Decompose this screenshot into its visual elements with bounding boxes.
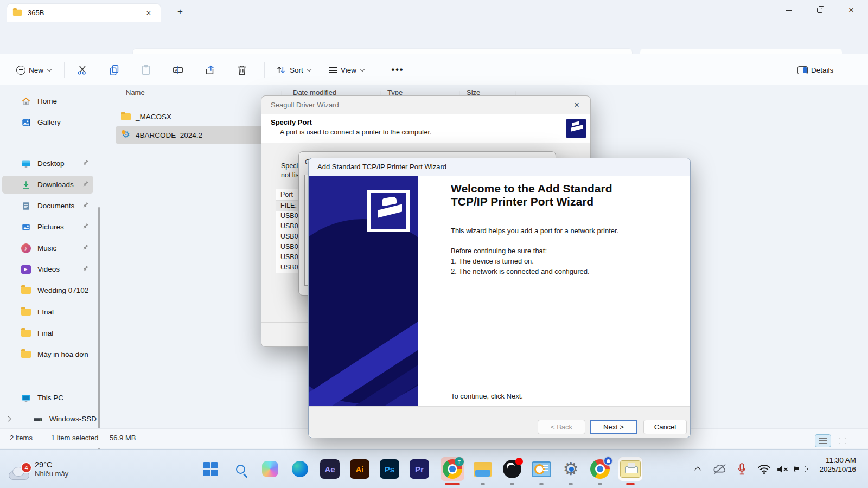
weather-widget[interactable]: 4 29°C Nhiều mây bbox=[8, 455, 127, 483]
sidebar-item-final[interactable]: Final bbox=[2, 324, 93, 342]
explorer-tab[interactable]: 365B × bbox=[7, 4, 161, 22]
illustrator-button[interactable]: Ai bbox=[348, 457, 372, 481]
cloud-weather-icon: 4 bbox=[8, 466, 29, 480]
chevron-collapsed-icon[interactable] bbox=[6, 416, 11, 422]
sidebar-item-wedding[interactable]: Wedding 07102 bbox=[2, 281, 93, 299]
copilot-icon bbox=[262, 461, 278, 477]
cut-button[interactable] bbox=[74, 61, 91, 79]
share-button[interactable] bbox=[202, 61, 218, 79]
chrome-second-button[interactable] bbox=[588, 457, 612, 481]
battery-button[interactable] bbox=[791, 457, 809, 481]
tab-close-icon[interactable]: × bbox=[142, 7, 155, 20]
premiere-button[interactable]: Pr bbox=[407, 457, 431, 481]
settings-button[interactable]: ⚙ bbox=[559, 457, 583, 481]
edge-button[interactable] bbox=[288, 457, 312, 481]
photoshop-button[interactable]: Ps bbox=[378, 457, 401, 481]
details-label: Details bbox=[811, 66, 833, 74]
folder-icon bbox=[21, 349, 31, 359]
system-widget-button[interactable] bbox=[529, 457, 553, 481]
monitor-chart-icon bbox=[532, 461, 551, 477]
battery-icon bbox=[794, 466, 806, 472]
details-button[interactable]: Details bbox=[793, 61, 841, 79]
tcpip-port-wizard-dialog: Add Standard TCP/IP Printer Port Wizard … bbox=[308, 158, 691, 438]
view-icon bbox=[329, 67, 337, 73]
folder-icon bbox=[21, 328, 31, 338]
running-indicator bbox=[539, 483, 544, 485]
chrome-active-button[interactable]: T bbox=[441, 457, 464, 481]
sidebar-divider bbox=[8, 376, 89, 376]
sidebar-item-downloads[interactable]: Downloads bbox=[2, 176, 93, 194]
details-view-toggle[interactable] bbox=[815, 434, 831, 447]
large-icons-view-toggle[interactable] bbox=[834, 434, 851, 447]
gallery-icon bbox=[21, 117, 31, 127]
minimize-button[interactable] bbox=[776, 0, 801, 21]
sidebar-item-gallery[interactable]: Gallery bbox=[2, 113, 93, 131]
volume-muted-button[interactable] bbox=[774, 457, 791, 481]
installer-gear-icon: ⚙ bbox=[121, 130, 131, 140]
list-view-icon bbox=[819, 438, 827, 444]
sidebar-item-music[interactable]: ♪ Music bbox=[2, 239, 93, 257]
taskbar-search-button[interactable] bbox=[228, 457, 252, 481]
new-tab-button[interactable]: + bbox=[173, 4, 188, 20]
folder-icon bbox=[13, 10, 22, 16]
onedrive-paused-button[interactable] bbox=[711, 457, 729, 481]
cloud-off-icon bbox=[712, 463, 727, 475]
active-indicator bbox=[626, 483, 635, 485]
view-button[interactable]: View bbox=[326, 61, 367, 79]
sidebar-item-fInal[interactable]: FInal bbox=[2, 303, 93, 321]
illustrator-icon: Ai bbox=[350, 459, 369, 479]
wizard-title-bar[interactable]: Add Standard TCP/IP Printer Port Wizard bbox=[309, 158, 690, 176]
record-badge bbox=[515, 458, 523, 465]
close-button[interactable]: × bbox=[839, 0, 864, 21]
copy-button[interactable] bbox=[106, 61, 123, 79]
plus-icon bbox=[16, 66, 25, 75]
more-button[interactable]: ••• bbox=[388, 61, 407, 79]
copilot-button[interactable] bbox=[258, 457, 282, 481]
tab-title: 365B bbox=[28, 9, 142, 17]
sidebar-item-home[interactable]: Home bbox=[2, 92, 93, 110]
sidebar-divider bbox=[8, 143, 89, 143]
folder-icon bbox=[21, 307, 31, 317]
date: 2025/10/16 bbox=[819, 465, 856, 474]
printer-driver-app-button[interactable] bbox=[618, 457, 642, 481]
sidebar-item-pictures[interactable]: Pictures bbox=[2, 218, 93, 236]
sidebar-item-this-pc[interactable]: This PC bbox=[2, 389, 93, 407]
sidebar-item-documents[interactable]: Documents bbox=[2, 197, 93, 215]
delete-button[interactable] bbox=[234, 61, 250, 79]
rename-icon: A bbox=[172, 64, 184, 76]
sidebar-item-videos[interactable]: ▶ Videos bbox=[2, 260, 93, 278]
sidebar-item-desktop[interactable]: Desktop bbox=[2, 155, 93, 172]
rename-button[interactable]: A bbox=[170, 61, 186, 79]
printer-stamp-icon bbox=[367, 190, 410, 232]
tray-expand-button[interactable] bbox=[690, 457, 706, 481]
paste-button[interactable] bbox=[138, 61, 154, 79]
search-icon bbox=[236, 465, 245, 474]
pin-icon bbox=[82, 222, 89, 232]
restore-icon bbox=[817, 8, 822, 13]
obs-button[interactable] bbox=[500, 457, 524, 481]
sidebar-item-windows-ssd[interactable]: Windows-SSD bbox=[2, 410, 93, 428]
back-button[interactable]: < Back bbox=[538, 420, 585, 434]
wizard-before-text: Before continuing be sure that: bbox=[451, 247, 547, 255]
after-effects-button[interactable]: Ae bbox=[318, 457, 342, 481]
thumbnail-view-icon bbox=[839, 438, 846, 444]
wizard-continue-hint: To continue, click Next. bbox=[451, 392, 523, 400]
file-explorer-button[interactable] bbox=[471, 457, 495, 481]
sidebar-item-may-in-hoa-don[interactable]: Máy in hóa đơn bbox=[2, 345, 93, 363]
paste-icon bbox=[140, 64, 152, 76]
column-header-name[interactable]: Name bbox=[126, 88, 145, 104]
sort-button[interactable]: Sort bbox=[272, 61, 314, 79]
cancel-button[interactable]: Cancel bbox=[643, 420, 687, 434]
next-button[interactable]: Next > bbox=[590, 420, 637, 434]
restore-button[interactable] bbox=[807, 0, 832, 21]
clock[interactable]: 11:30 AM 2025/10/16 bbox=[819, 455, 856, 474]
running-indicator bbox=[598, 483, 602, 485]
folder-icon bbox=[21, 285, 31, 296]
dialog-close-button[interactable]: × bbox=[570, 99, 584, 112]
start-button[interactable] bbox=[199, 457, 222, 481]
chrome-profile-badge: T bbox=[455, 457, 464, 466]
wifi-button[interactable] bbox=[755, 457, 773, 481]
new-button[interactable]: New bbox=[12, 61, 55, 79]
toolbar-divider bbox=[64, 62, 65, 78]
microphone-button[interactable] bbox=[733, 457, 750, 481]
